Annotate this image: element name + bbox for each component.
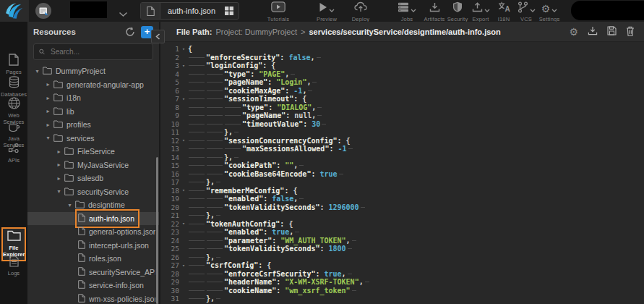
file-icon	[78, 266, 85, 279]
sidebar-item-databases[interactable]: Databases	[0, 76, 27, 98]
tree-item-label: lib	[66, 107, 74, 116]
code-line-17: 17},	[160, 178, 644, 187]
line-number: 23	[160, 228, 179, 236]
sidebar-item-label: Pages	[0, 69, 27, 75]
project-menu-chevron-down-icon[interactable]	[119, 7, 128, 20]
tree-item-generated-angular-app[interactable]: ▸generated-angular-app	[27, 78, 159, 92]
tree-item-wm-xss-policies-json[interactable]: wm-xss-policies.json	[27, 292, 159, 304]
collapse-arrow-icon[interactable]: ▸	[55, 161, 63, 168]
download-button[interactable]	[588, 26, 598, 37]
folder-icon	[53, 118, 63, 131]
tree-item-auth-info-json[interactable]: auth-info.json	[27, 212, 159, 226]
tree-item-designtime[interactable]: ▾designtime	[27, 198, 159, 212]
tree-item-roles-json[interactable]: roles.json	[27, 252, 159, 266]
collapse-arrow-icon[interactable]: ▸	[55, 148, 63, 155]
globe-icon	[8, 97, 20, 112]
expand-arrow-icon[interactable]: ▾	[44, 135, 52, 141]
collapse-arrow-icon[interactable]: ▸	[44, 108, 52, 114]
database-icon	[9, 76, 20, 91]
line-number: 27	[160, 261, 179, 269]
collapse-arrow-icon[interactable]: ▸	[44, 122, 52, 128]
sidebar-item-apis[interactable]: APIs	[0, 142, 27, 164]
line-number: 11	[160, 128, 179, 136]
chevron-down-icon	[411, 2, 416, 15]
save-button[interactable]	[607, 26, 617, 37]
topbar-settings-button[interactable]: ⚙Settings	[533, 3, 565, 22]
trash-icon	[626, 26, 635, 38]
open-file-tab[interactable]: auth-info.json	[140, 2, 239, 20]
open-file-name[interactable]: auth-info.json	[160, 7, 224, 15]
tree-item-myjavaservice[interactable]: ▸MyJavaService	[27, 159, 159, 172]
breadcrumb-file-path: services/securityService/designtime/auth…	[309, 28, 500, 36]
tree-item-dummyproject[interactable]: ▾DummyProject	[27, 64, 159, 78]
collapse-arrow-icon[interactable]: ▸	[44, 95, 52, 101]
code-line-12: 12▾"sessionConcurrencyConfig": {	[160, 137, 644, 145]
resources-title: Resources	[33, 28, 119, 36]
fold-arrow-icon[interactable]: ▾	[179, 46, 188, 52]
expand-arrow-icon[interactable]: ▾	[55, 188, 63, 195]
tree-item-securityservice-api-json[interactable]: securityService_API.json	[27, 266, 159, 279]
fold-arrow-icon[interactable]: ▾	[179, 138, 188, 143]
tree-item-salesdb[interactable]: ▸salesdb	[27, 172, 159, 185]
tree-scrollbar[interactable]	[156, 157, 158, 304]
tree-item-securityservice[interactable]: ▾securityService	[27, 185, 159, 199]
collapse-arrow-icon[interactable]: ▸	[44, 81, 52, 88]
sidebar-item-pages[interactable]: Pages	[0, 54, 27, 75]
folder-icon	[53, 78, 63, 91]
fold-arrow-icon[interactable]: ▾	[179, 96, 188, 102]
settings-button[interactable]: ⚙	[569, 27, 578, 37]
fold-arrow-icon[interactable]: ▾	[179, 187, 188, 193]
tree-item-fileservice[interactable]: ▸FileService	[27, 145, 159, 159]
refresh-button[interactable]	[125, 27, 135, 37]
tree-item-lib[interactable]: ▸lib	[27, 105, 159, 119]
redacted-region	[70, 1, 107, 18]
tree-item-services[interactable]: ▾services	[27, 132, 159, 145]
expand-arrow-icon[interactable]: ▾	[33, 68, 41, 75]
fold-arrow-icon[interactable]: ▾	[179, 63, 188, 69]
expand-arrow-icon[interactable]: ▾	[66, 202, 74, 208]
settings-icon: ⚙	[541, 2, 551, 15]
code-editor[interactable]: 1▾{2"enforceSecurity": false,3▾"loginCon…	[160, 41, 644, 304]
tree-item-label: i18n	[66, 93, 81, 102]
collapse-panel-button[interactable]	[151, 30, 165, 43]
tree-item-label: salesdb	[77, 174, 103, 182]
topbar-preview-button[interactable]: Preview	[311, 3, 343, 22]
fold-arrow-icon[interactable]: ▾	[179, 221, 188, 227]
export-icon	[472, 2, 483, 15]
fold-arrow-icon[interactable]: ▾	[179, 263, 188, 269]
line-number: 25	[160, 245, 179, 253]
resources-tree: ▾DummyProject▸generated-angular-app▸i18n…	[27, 64, 159, 304]
collapse-arrow-icon[interactable]: ▸	[55, 175, 63, 182]
tree-item-general-options-json[interactable]: general-options.json	[27, 225, 159, 239]
tree-item-label: generated-angular-app	[66, 80, 144, 89]
dashboard-grid-icon[interactable]	[224, 6, 239, 16]
code-line-3: 3▾"loginConfig": {	[160, 62, 644, 70]
i18n-icon: A	[498, 1, 510, 15]
delete-button[interactable]	[626, 26, 635, 38]
tree-item-i18n[interactable]: ▸i18n	[27, 91, 159, 105]
tree-item-intercept-urls-json[interactable]: intercept-urls.json	[27, 239, 159, 253]
chevron-down-icon	[329, 2, 335, 15]
project-avatar[interactable]	[35, 3, 51, 19]
code-line-15: 15"cookiePath": "",	[160, 161, 644, 170]
line-number: 13	[160, 145, 179, 153]
sidebar-item-logs[interactable]: Logs	[0, 255, 27, 276]
line-number: 21	[160, 211, 179, 219]
code-text: },	[224, 153, 233, 161]
resources-search[interactable]	[33, 43, 153, 60]
line-number: 29	[160, 278, 179, 286]
tree-item-profiles[interactable]: ▸profiles	[27, 118, 159, 132]
search-input[interactable]	[49, 47, 147, 56]
folder-icon	[7, 230, 21, 244]
code-line-4: 4"type": "PAGE",	[160, 70, 644, 79]
line-number: 8	[160, 104, 179, 111]
code-line-23: 23"enabled": true,	[160, 228, 644, 237]
tree-item-label: service-info.json	[89, 281, 144, 290]
app-logo[interactable]	[0, 0, 29, 22]
topbar-deploy-button[interactable]: Deploy	[345, 3, 377, 22]
tree-item-service-info-json[interactable]: service-info.json	[27, 279, 159, 292]
tree-item-label: wm-xss-policies.json	[89, 295, 155, 303]
code-line-14: 14},	[160, 153, 644, 162]
topbar-tutorials-button[interactable]: Tutorials	[262, 3, 294, 22]
tree-item-label: MyJavaService	[77, 161, 129, 169]
